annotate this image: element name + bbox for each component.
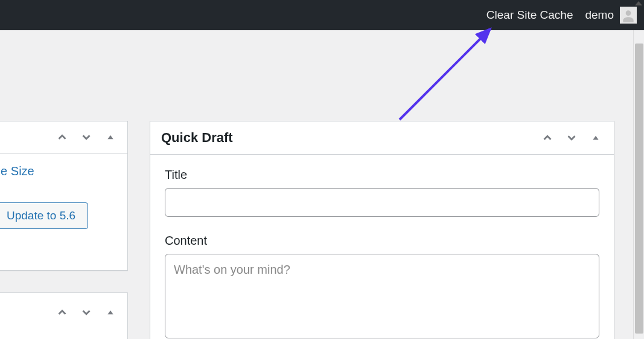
chevron-up-icon[interactable] [540,131,555,145]
content-textarea[interactable] [165,254,599,338]
triangle-up-icon[interactable] [588,131,603,145]
panel-header: Quick Draft [150,121,614,155]
avatar [620,7,637,24]
triangle-up-icon[interactable] [103,305,118,320]
username-label: demo [585,8,614,22]
content-label: Content [165,234,599,248]
user-menu[interactable]: demo [585,7,637,24]
panel-link[interactable]: ne Size [0,164,119,178]
triangle-up-icon[interactable] [103,130,118,144]
side-panel-2 [0,292,128,339]
panel-title: Quick Draft [161,130,233,146]
chevron-down-icon[interactable] [79,130,94,144]
scroll-thumb[interactable] [635,44,643,334]
panel-header [0,121,127,153]
panel-header [0,293,127,326]
scroll-up-icon[interactable] [635,1,642,5]
clear-cache-link[interactable]: Clear Site Cache [483,8,577,22]
title-label: Title [165,168,599,182]
title-input[interactable] [165,188,599,217]
chevron-up-icon[interactable] [55,305,69,320]
update-button[interactable]: Update to 5.6 [0,202,88,229]
content-area: ne Size Update to 5.6 Quick Draft Title [0,30,644,339]
scrollbar[interactable] [633,30,644,339]
side-panel-1: ne Size Update to 5.6 [0,121,128,271]
admin-bar: Clear Site Cache demo [0,0,644,30]
chevron-up-icon[interactable] [55,130,69,144]
quick-draft-panel: Quick Draft Title Content [150,121,614,339]
chevron-down-icon[interactable] [79,305,94,320]
chevron-down-icon[interactable] [564,131,579,145]
